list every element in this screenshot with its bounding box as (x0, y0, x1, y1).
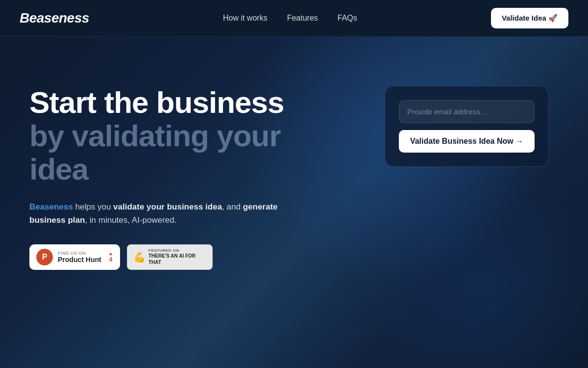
nav-link-how-it-works[interactable]: How it works (223, 14, 268, 22)
nav-item-how-it-works[interactable]: How it works (223, 14, 268, 23)
producthunt-rating: ▲ 4 (108, 251, 113, 263)
nav-validate-button[interactable]: Validate Idea 🚀 (491, 8, 568, 28)
hero-brand-name: Beaseness (29, 202, 73, 211)
aithat-badge[interactable]: 💪 FEATURED ON THERE'S AN AI FOR THAT (127, 244, 213, 270)
aithat-name-label: THERE'S AN AI FOR THAT (148, 253, 206, 265)
aithat-text: FEATURED ON THERE'S AN AI FOR THAT (148, 248, 206, 265)
producthunt-rating-value: 4 (109, 256, 113, 263)
validate-now-button[interactable]: Validate Business Idea Now → (399, 130, 535, 153)
producthunt-name-label: Product Hunt (58, 256, 101, 264)
nav-item-features[interactable]: Features (287, 14, 318, 23)
hero-desc-part3: , in minutes, AI-powered. (85, 215, 176, 225)
hero-title-line1: Start the business (29, 86, 284, 119)
producthunt-find-us-label: FIND US ON (58, 251, 101, 256)
navbar: Beaseness How it works Features FAQs Val… (0, 0, 588, 37)
hero-title-line3: idea (29, 153, 284, 186)
nav-item-faqs[interactable]: FAQs (338, 14, 357, 23)
aithat-featured-label: FEATURED ON (148, 248, 206, 253)
logo[interactable]: Beaseness (20, 10, 89, 26)
badges-row: P FIND US ON Product Hunt ▲ 4 💪 FEATURED… (29, 244, 284, 270)
hero-desc-part2: , and (222, 202, 243, 211)
nav-link-features[interactable]: Features (287, 14, 318, 22)
nav-link-faqs[interactable]: FAQs (338, 14, 357, 22)
aithat-icon: 💪 (133, 251, 146, 263)
nav-links: How it works Features FAQs (223, 14, 357, 23)
email-form-card: Validate Business Idea Now → (385, 86, 549, 167)
producthunt-badge[interactable]: P FIND US ON Product Hunt ▲ 4 (29, 244, 120, 270)
hero-content: Start the business by validating your id… (0, 37, 284, 270)
hero-title-line2: by validating your (29, 119, 284, 153)
hero-desc-part1: helps you (73, 202, 113, 211)
producthunt-icon: P (36, 249, 53, 265)
hero-desc-bold1: validate your business idea (113, 202, 222, 211)
producthunt-text: FIND US ON Product Hunt (58, 251, 101, 264)
hero-section: Start the business by validating your id… (0, 37, 588, 368)
email-input[interactable] (399, 100, 535, 123)
hero-description: Beaseness helps you validate your busine… (29, 200, 284, 227)
producthunt-arrow-icon: ▲ (108, 251, 113, 256)
